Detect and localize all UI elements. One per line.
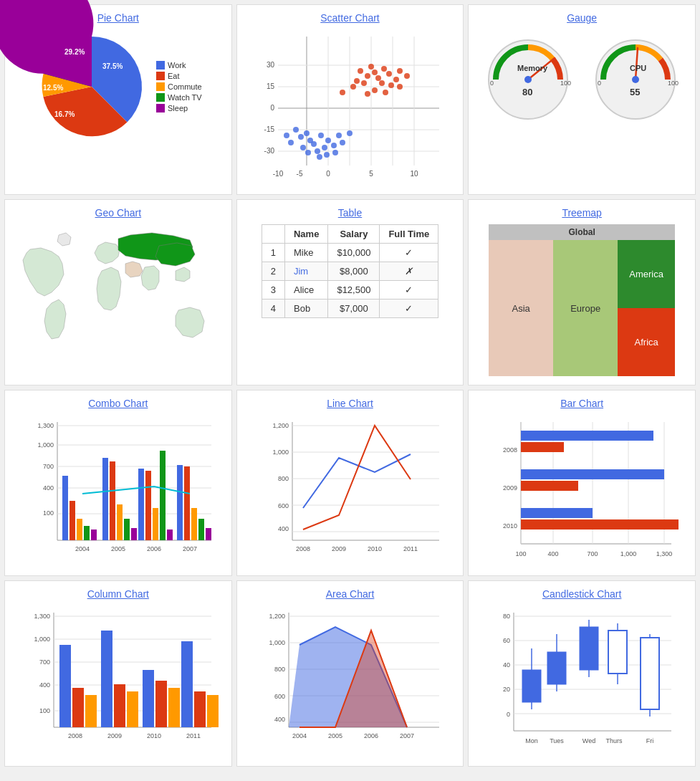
pie-chart-title[interactable]: Pie Chart [97,12,139,24]
area-chart-title[interactable]: Area Chart [326,588,375,600]
line-chart-title[interactable]: Line Chart [327,398,373,409]
pie-legend: Work Eat Commute Watch TV Sleep [156,61,202,112]
table-header-row: Name Salary Full Time [262,225,438,244]
line-chart-cell: Line Chart 1,200 1,000 800 600 400 2008 … [236,390,464,576]
svg-point-53 [325,138,331,143]
svg-text:800: 800 [274,666,285,673]
svg-point-51 [322,145,327,150]
svg-rect-169 [181,641,193,727]
geo-svg [12,224,224,368]
svg-point-21 [354,78,360,84]
bar-chart-title[interactable]: Bar Chart [560,398,603,409]
row3-num: 3 [262,281,284,300]
svg-point-60 [347,130,353,136]
svg-text:400: 400 [43,484,54,492]
svg-rect-164 [114,684,125,727]
legend-color-watchtv [156,93,165,102]
treemap-title[interactable]: Treemap [562,207,602,219]
legend-label-commute: Commute [168,82,202,91]
svg-point-24 [361,80,367,86]
table-row: 1 Mike $10,000 ✓ [262,244,438,262]
svg-rect-104 [191,508,197,540]
geo-chart-title[interactable]: Geo Chart [95,207,142,219]
svg-text:2006: 2006 [147,545,161,552]
svg-text:-15: -15 [264,125,275,133]
svg-point-30 [381,66,387,72]
svg-text:15: 15 [267,82,275,90]
combo-chart-title[interactable]: Combo Chart [88,398,148,409]
svg-point-54 [331,143,337,148]
row3-name: Alice [284,281,327,300]
pie-chart-container: 37.5% 16.7% 12.5% 29.2% Work Eat Commute [34,29,202,144]
row3-fulltime: ✓ [380,281,438,300]
row1-salary: $10,000 [328,244,380,262]
svg-rect-103 [184,466,190,540]
svg-text:-10: -10 [273,170,284,178]
svg-rect-89 [77,519,82,540]
table-title[interactable]: Table [338,207,362,219]
legend-label-eat: Eat [168,72,180,80]
svg-text:1,300: 1,300 [37,422,54,429]
row1-num: 1 [262,244,284,262]
treemap-header: Global [489,224,675,240]
svg-rect-166 [143,670,154,727]
svg-text:1,200: 1,200 [273,422,289,429]
svg-point-47 [311,141,317,147]
svg-rect-162 [85,695,97,727]
svg-text:2008: 2008 [296,545,310,552]
row1-fulltime: ✓ [380,244,438,262]
svg-text:1,000: 1,000 [620,550,637,557]
row2-salary: $8,000 [328,262,380,281]
svg-rect-95 [124,519,130,540]
svg-text:-30: -30 [264,147,275,155]
scatter-chart-cell: Scatter Chart 30 15 0 -15 -30 -10 -5 [236,4,464,195]
gauges-container: 0 100 Memory 80 0 100 [481,29,682,108]
svg-text:10: 10 [411,170,419,178]
legend-color-commute [156,82,165,91]
svg-point-39 [397,84,403,90]
svg-rect-90 [84,526,90,540]
gauge-title[interactable]: Gauge [567,12,597,24]
svg-rect-105 [198,519,204,540]
svg-text:Thurs: Thurs [606,737,623,744]
treemap-right: America Africa [618,240,675,376]
legend-color-eat [156,72,165,80]
svg-point-46 [300,145,306,150]
svg-rect-210 [547,652,566,684]
svg-rect-101 [167,530,173,540]
bar-svg: 100 400 700 1,000 1,300 2008 2009 2010 [481,415,682,565]
candlestick-chart-cell: Candlestick Chart 80 60 40 20 0 Mon Tues… [468,580,696,767]
pie-label-eat: 16.7% [54,110,75,118]
svg-rect-167 [155,681,167,727]
svg-text:0: 0 [271,104,275,112]
pie-svg: 37.5% 16.7% 12.5% 29.2% [34,29,149,144]
svg-text:0: 0 [490,80,494,87]
scatter-chart-title[interactable]: Scatter Chart [320,12,379,24]
svg-point-65 [524,76,532,83]
candlestick-chart-title[interactable]: Candlestick Chart [542,588,622,600]
svg-point-32 [388,82,394,88]
svg-text:100: 100 [560,80,571,87]
svg-text:-5: -5 [297,170,303,178]
svg-point-48 [315,148,320,154]
legend-label-work: Work [168,61,186,70]
legend-color-work [156,61,165,70]
treemap-asia: Asia [489,240,553,376]
svg-text:2004: 2004 [292,732,307,739]
svg-rect-87 [62,476,68,540]
treemap-america: America [618,240,675,308]
svg-rect-171 [207,695,219,727]
svg-point-37 [365,91,370,97]
svg-point-28 [368,64,374,70]
svg-point-26 [358,68,363,74]
svg-text:2005: 2005 [328,732,342,739]
svg-text:2008: 2008 [68,732,82,739]
svg-point-27 [379,80,385,86]
column-chart-cell: Column Chart 1,300 1,000 700 400 100 200… [4,580,232,767]
line-svg: 1,200 1,000 800 600 400 2008 2009 2010 2… [253,415,446,565]
treemap-europe: Europe [553,240,618,376]
column-chart-title[interactable]: Column Chart [87,588,149,600]
bar-chart-cell: Bar Chart 100 400 700 1,000 1,300 2008 2… [468,390,696,576]
row3-salary: $12,500 [328,281,380,300]
cpu-label: CPU [630,64,646,72]
